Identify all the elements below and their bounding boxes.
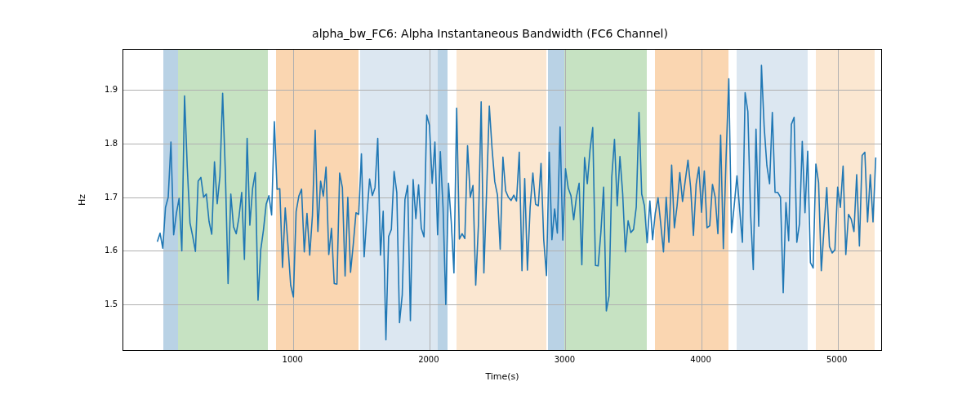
x-axis-label: Time(s)	[485, 371, 519, 382]
x-tick: 1000	[283, 355, 303, 364]
line-series	[123, 50, 881, 350]
x-tick: 4000	[690, 355, 710, 364]
chart-title: alpha_bw_FC6: Alpha Instantaneous Bandwi…	[0, 27, 980, 40]
x-tick: 3000	[555, 355, 575, 364]
chart-figure: alpha_bw_FC6: Alpha Instantaneous Bandwi…	[0, 0, 980, 408]
y-tick: 1.5	[95, 299, 118, 308]
y-tick: 1.8	[95, 139, 118, 148]
plot-area	[122, 49, 882, 351]
x-tick: 5000	[826, 355, 847, 364]
y-axis-label: Hz	[77, 194, 87, 206]
y-tick: 1.9	[95, 85, 118, 94]
series-line	[158, 65, 876, 339]
x-tick: 2000	[418, 355, 439, 364]
y-tick: 1.7	[95, 192, 118, 201]
y-tick: 1.6	[95, 246, 118, 255]
